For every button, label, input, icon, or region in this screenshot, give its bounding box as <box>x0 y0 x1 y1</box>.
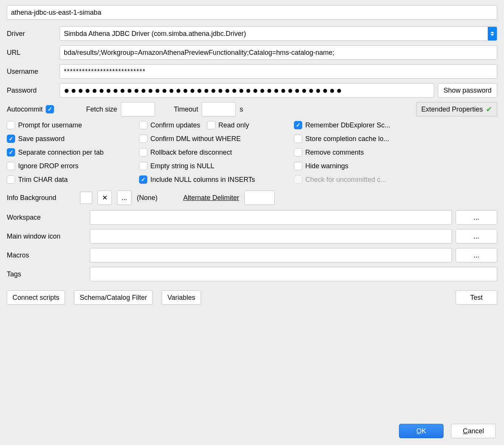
empty-null-checkbox[interactable] <box>139 162 147 170</box>
test-button[interactable]: Test <box>456 290 497 305</box>
check-uncommitted-label: Check for uncommitted c... <box>305 176 386 184</box>
url-label: URL <box>7 49 56 57</box>
tags-label: Tags <box>7 270 86 278</box>
autocommit-label: Autocommit <box>7 105 43 113</box>
empty-null-label: Empty string is NULL <box>150 162 214 170</box>
trim-char-label: Trim CHAR data <box>18 176 68 184</box>
prompt-username-label: Prompt for username <box>18 121 82 129</box>
macros-input[interactable] <box>90 248 452 262</box>
main-window-icon-browse-button[interactable]: ... <box>456 229 497 243</box>
trim-char-checkbox[interactable] <box>7 175 15 184</box>
prompt-username-checkbox[interactable] <box>7 121 15 129</box>
username-input[interactable] <box>60 64 497 79</box>
store-completion-checkbox[interactable] <box>294 135 302 143</box>
workspace-label: Workspace <box>7 214 86 222</box>
check-uncommitted-checkbox <box>294 175 302 184</box>
remember-dbexplorer-label: Remember DbExplorer Sc... <box>305 121 390 129</box>
save-password-checkbox[interactable] <box>7 135 15 143</box>
driver-select[interactable]: Simbda Athena JDBC Driver (com.simba.ath… <box>60 26 497 41</box>
alternate-delimiter-input[interactable] <box>244 191 275 205</box>
ok-button[interactable]: OK <box>399 424 444 438</box>
clear-color-button[interactable]: ✕ <box>97 191 112 205</box>
none-label: (None) <box>137 194 158 202</box>
password-label: Password <box>7 87 56 95</box>
ignore-drop-checkbox[interactable] <box>7 162 15 170</box>
workspace-input[interactable] <box>90 210 452 225</box>
store-completion-label: Store completion cache lo... <box>305 135 389 143</box>
cancel-button[interactable]: Cancel <box>451 424 496 438</box>
macros-browse-button[interactable]: ... <box>456 248 497 262</box>
timeout-unit: s <box>240 105 243 113</box>
username-label: Username <box>7 68 56 76</box>
workspace-browse-button[interactable]: ... <box>456 210 497 225</box>
timeout-label: Timeout <box>174 105 198 113</box>
remove-comments-label: Remove comments <box>305 149 364 157</box>
main-window-icon-input[interactable] <box>90 229 452 243</box>
select-arrows-icon <box>488 27 497 40</box>
rollback-label: Rollback before disconnect <box>150 149 232 157</box>
confirm-dml-checkbox[interactable] <box>139 135 147 143</box>
color-swatch[interactable] <box>80 192 92 204</box>
macros-label: Macros <box>7 251 86 259</box>
rollback-checkbox[interactable] <box>139 148 147 157</box>
separate-conn-checkbox[interactable] <box>7 148 15 157</box>
separate-conn-label: Separate connection per tab <box>18 149 104 157</box>
main-window-icon-label: Main window icon <box>7 233 86 240</box>
confirm-dml-label: Confirm DML without WHERE <box>150 135 241 143</box>
check-icon: ✔ <box>486 105 492 114</box>
url-input[interactable] <box>60 45 497 60</box>
read-only-label: Read only <box>218 121 249 129</box>
include-null-checkbox[interactable] <box>139 175 147 184</box>
autocommit-checkbox[interactable] <box>46 105 54 113</box>
alternate-delimiter-label[interactable]: Alternate Delimiter <box>183 194 239 202</box>
remove-comments-checkbox[interactable] <box>294 148 302 157</box>
read-only-checkbox[interactable] <box>207 121 215 129</box>
include-null-label: Include NULL columns in INSERTs <box>150 176 255 184</box>
remember-dbexplorer-checkbox[interactable] <box>294 121 302 129</box>
hide-warnings-label: Hide warnings <box>305 162 348 170</box>
schema-catalog-filter-button[interactable]: Schema/Catalog Filter <box>74 290 153 305</box>
info-background-label: Info Background <box>7 194 75 202</box>
pick-color-button[interactable]: ... <box>117 191 131 205</box>
show-password-button[interactable]: Show password <box>438 83 497 98</box>
variables-button[interactable]: Variables <box>162 290 201 305</box>
x-icon: ✕ <box>102 194 108 202</box>
driver-label: Driver <box>7 30 56 38</box>
hide-warnings-checkbox[interactable] <box>294 162 302 170</box>
ignore-drop-label: Ignore DROP errors <box>18 162 79 170</box>
password-input[interactable]: ●●●●●●●●●●●●●●●●●●●●●●●●●●●●●●●●●●●●●●●● <box>64 88 343 92</box>
driver-value: Simbda Athena JDBC Driver (com.simba.ath… <box>64 30 246 38</box>
connect-scripts-button[interactable]: Connect scripts <box>7 290 65 305</box>
fetchsize-label: Fetch size <box>86 105 117 113</box>
timeout-input[interactable] <box>202 102 236 116</box>
fetchsize-input[interactable] <box>121 102 155 116</box>
confirm-updates-checkbox[interactable] <box>139 121 147 129</box>
save-password-label: Save password <box>18 135 65 143</box>
extended-properties-button[interactable]: Extended Properties ✔ <box>416 102 497 116</box>
confirm-updates-label: Confirm updates <box>150 121 200 129</box>
tags-input[interactable] <box>90 267 497 281</box>
connection-name-input[interactable] <box>7 5 497 20</box>
